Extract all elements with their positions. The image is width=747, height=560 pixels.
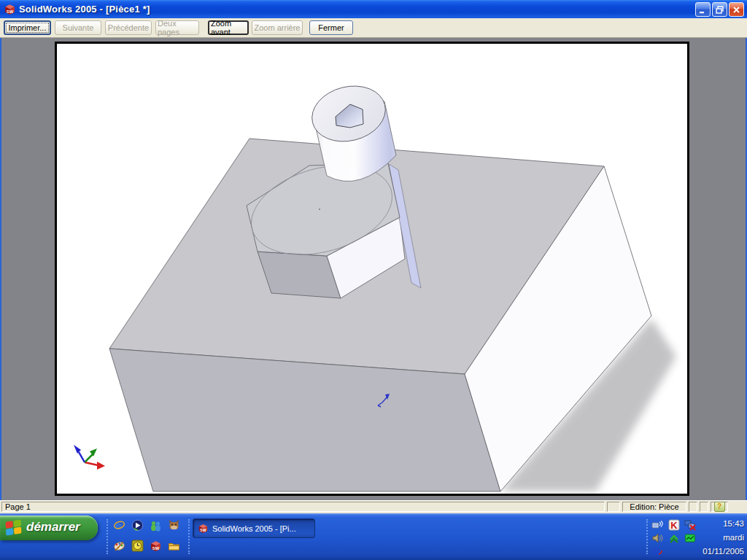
tray-separator bbox=[646, 519, 648, 554]
preview-page bbox=[55, 42, 689, 496]
status-page-indicator: Page 1 bbox=[1, 502, 605, 512]
minimize-button[interactable] bbox=[695, 2, 711, 17]
solidworks-quicklaunch-icon[interactable]: SW bbox=[150, 540, 162, 552]
status-spacer-panel bbox=[700, 502, 708, 512]
minimize-icon bbox=[699, 6, 707, 14]
solidworks-app-icon: SW bbox=[4, 3, 16, 15]
start-button-label: démarrer bbox=[26, 520, 80, 536]
sw-logo-text: SW bbox=[200, 528, 206, 532]
folder-icon[interactable] bbox=[168, 540, 180, 552]
status-edition-mode: Edition: Pièce bbox=[622, 502, 686, 512]
part-3d-view bbox=[57, 44, 687, 494]
kaspersky-letter: K bbox=[670, 520, 678, 531]
status-spacer-panel bbox=[689, 502, 697, 512]
tray-date: 01/11/2005 bbox=[692, 545, 744, 559]
restore-icon bbox=[716, 6, 724, 14]
restore-button[interactable] bbox=[712, 2, 727, 17]
taskbar-window-button-label: SolidWorks 2005 - [Pi... bbox=[212, 524, 296, 533]
help-icon[interactable]: ? bbox=[714, 502, 725, 512]
status-end-spacer bbox=[730, 502, 745, 512]
tray-clock[interactable]: 15:43 mardi 01/11/2005 bbox=[692, 517, 744, 559]
taskbar: démarrer e bbox=[0, 513, 747, 560]
emule-icon[interactable] bbox=[168, 519, 180, 532]
internet-explorer-icon[interactable]: e bbox=[113, 519, 125, 532]
kaspersky-icon[interactable]: K bbox=[668, 519, 680, 531]
previous-page-button: Précédente bbox=[105, 20, 152, 35]
network-status-icon[interactable] bbox=[651, 519, 663, 531]
triad-z-axis bbox=[79, 452, 85, 462]
title-bar: SW SolidWorks 2005 - [Pièce1 *] bbox=[0, 0, 747, 18]
taskbar-window-button[interactable]: SW SolidWorks 2005 - [Pi... bbox=[193, 518, 315, 538]
volume-icon[interactable] bbox=[651, 532, 663, 544]
task-scheduler-icon[interactable] bbox=[131, 540, 144, 552]
zoom-out-button: Zoom arrière bbox=[252, 20, 303, 35]
solidworks-task-icon: SW bbox=[198, 523, 209, 534]
print-button[interactable]: Imprimer... bbox=[4, 20, 51, 35]
status-help-panel[interactable]: ? bbox=[711, 502, 728, 512]
nut-center-point bbox=[319, 209, 320, 210]
emule-tray-icon[interactable] bbox=[668, 532, 680, 544]
zoom-in-button[interactable]: Zoom avant bbox=[208, 20, 249, 35]
status-spacer-panel bbox=[607, 502, 620, 512]
orientation-triad bbox=[74, 445, 105, 470]
quick-launch-separator bbox=[107, 519, 108, 554]
next-page-button: Suivante bbox=[55, 20, 101, 35]
window-title: SolidWorks 2005 - [Pièce1 *] bbox=[19, 4, 150, 15]
close-icon bbox=[732, 6, 740, 14]
print-preview-area bbox=[0, 38, 747, 500]
quick-launch-separator bbox=[188, 519, 190, 554]
tray-time: 15:43 bbox=[692, 517, 744, 531]
messenger-icon[interactable] bbox=[150, 519, 162, 532]
paint-icon[interactable] bbox=[113, 540, 125, 552]
sw-logo-text: SW bbox=[152, 546, 160, 551]
status-bar: Page 1 Edition: Pièce ? bbox=[0, 500, 747, 513]
start-button[interactable]: démarrer bbox=[0, 516, 98, 540]
close-preview-button[interactable]: Fermer bbox=[309, 20, 353, 35]
two-pages-button: Deux pages bbox=[155, 20, 199, 35]
tray-day: mardi bbox=[692, 531, 744, 545]
windows-logo-icon bbox=[5, 519, 22, 536]
sw-logo-text: SW bbox=[7, 9, 14, 14]
triad-x-axis bbox=[85, 462, 98, 465]
close-button[interactable] bbox=[729, 2, 744, 17]
dialup-icon[interactable] bbox=[651, 545, 663, 557]
print-preview-toolbar: Imprimer... Suivante Précédente Deux pag… bbox=[0, 18, 747, 38]
triad-y-axis bbox=[85, 454, 93, 462]
media-player-icon[interactable] bbox=[131, 519, 144, 532]
